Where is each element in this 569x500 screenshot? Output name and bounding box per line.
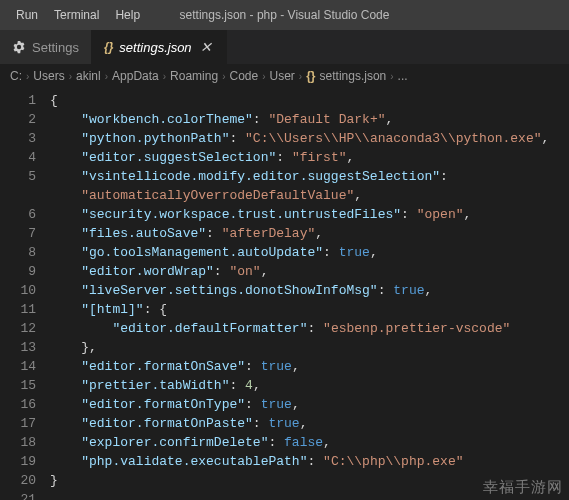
json-braces-icon: {} <box>104 40 113 54</box>
tab-bar: Settings {} settings.json ✕ <box>0 30 569 65</box>
close-icon[interactable]: ✕ <box>198 39 214 55</box>
breadcrumb: C: › Users › akinl › AppData › Roaming ›… <box>0 65 569 87</box>
chevron-right-icon: › <box>262 71 265 82</box>
chevron-right-icon: › <box>105 71 108 82</box>
tab-settings-json-label: settings.json <box>119 40 191 55</box>
crumb-roaming[interactable]: Roaming <box>170 69 218 83</box>
title-bar: Run Terminal Help settings.json - php - … <box>0 0 569 30</box>
chevron-right-icon: › <box>69 71 72 82</box>
window-title: settings.json - php - Visual Studio Code <box>180 8 390 22</box>
chevron-right-icon: › <box>163 71 166 82</box>
chevron-right-icon: › <box>26 71 29 82</box>
gear-icon <box>12 40 26 54</box>
crumb-code[interactable]: Code <box>229 69 258 83</box>
line-number-gutter: 123456789101112131415161718192021 <box>0 87 50 500</box>
crumb-akinl[interactable]: akinl <box>76 69 101 83</box>
code-content[interactable]: { "workbench.colorTheme": "Default Dark+… <box>50 87 569 500</box>
menu-run[interactable]: Run <box>8 8 46 22</box>
menu-terminal[interactable]: Terminal <box>46 8 107 22</box>
menu-help[interactable]: Help <box>107 8 148 22</box>
tab-settings-label: Settings <box>32 40 79 55</box>
tab-settings[interactable]: Settings <box>0 30 92 64</box>
crumb-appdata[interactable]: AppData <box>112 69 159 83</box>
crumb-user[interactable]: User <box>270 69 295 83</box>
crumb-file[interactable]: settings.json <box>320 69 387 83</box>
crumb-more[interactable]: ... <box>398 69 408 83</box>
chevron-right-icon: › <box>299 71 302 82</box>
chevron-right-icon: › <box>390 71 393 82</box>
editor-area[interactable]: 123456789101112131415161718192021 { "wor… <box>0 87 569 500</box>
crumb-users[interactable]: Users <box>33 69 64 83</box>
crumb-c[interactable]: C: <box>10 69 22 83</box>
chevron-right-icon: › <box>222 71 225 82</box>
tab-settings-json[interactable]: {} settings.json ✕ <box>92 30 227 64</box>
json-braces-icon: {} <box>306 69 315 83</box>
